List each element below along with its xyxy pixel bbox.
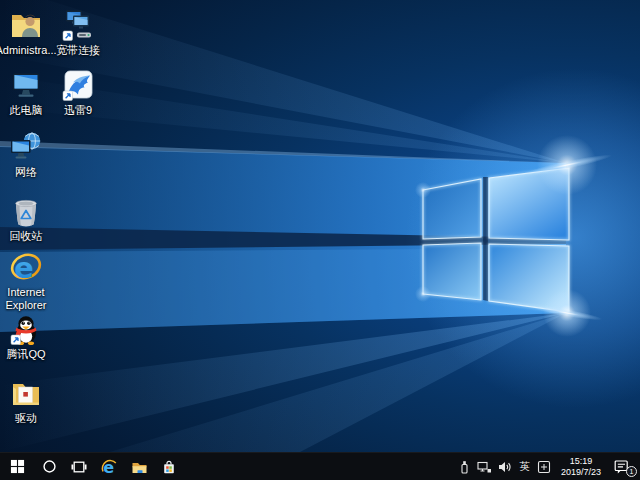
taskbar-internet-explorer-button[interactable]: e [94,453,124,480]
desktop-icon-label: 迅雷9 [64,104,92,117]
action-center-button[interactable]: 1 [608,453,636,480]
cortana-circle-icon [42,459,57,474]
windows-desktop: Administra... 宽带连接 [0,0,640,480]
desktop-icon-label: 驱动 [15,412,37,425]
clock-time: 15:19 [561,456,601,467]
qq-penguin-icon [9,312,43,346]
desktop-icon-label: 网络 [15,166,37,179]
ime-mode-button[interactable] [534,453,554,480]
desktop-icon-label: 腾讯QQ [6,348,45,361]
taskbar-buttons: e [0,453,184,480]
clock-date: 2019/7/23 [561,467,601,478]
desktop-icon-label: 此电脑 [10,104,43,117]
windows-logo-icon [10,459,25,474]
usb-tray-button[interactable] [455,453,474,480]
desktop-icon-label: 宽带连接 [56,44,100,57]
network-globe-icon [9,130,43,164]
desktop-icon-drivers[interactable]: 驱动 [0,376,60,425]
desktop-icon-recycle-bin[interactable]: 回收站 [0,194,60,243]
desktop-icon-broadband-connection[interactable]: 宽带连接 [44,8,112,57]
volume-tray-button[interactable] [495,453,515,480]
desktop-icon-network[interactable]: 网络 [0,130,60,179]
desktop-icon-internet-explorer[interactable]: e Internet Explorer [0,250,60,312]
desktop-icon-label: Internet Explorer [0,286,60,312]
task-view-button[interactable] [64,453,94,480]
xunlei-bird-icon [61,68,95,102]
desktop-icon-label: 回收站 [10,230,43,243]
ie-icon: e [9,250,43,284]
store-bag-icon [161,459,177,475]
ime-language-indicator[interactable]: 英 [515,453,534,480]
network-tray-button[interactable] [474,453,495,480]
speaker-icon [498,460,512,474]
ie-icon: e [100,458,118,476]
user-folder-icon [9,8,43,42]
search-button[interactable] [34,453,64,480]
usb-device-icon [458,460,471,474]
notification-badge: 1 [626,466,637,477]
taskbar-store-button[interactable] [154,453,184,480]
broadband-connection-icon [61,8,95,42]
document-folder-icon [9,376,43,410]
ime-grid-icon [537,460,551,474]
system-tray: 英 15:19 2019/7/23 1 [455,453,640,480]
taskbar-file-explorer-button[interactable] [124,453,154,480]
taskbar-clock[interactable]: 15:19 2019/7/23 [554,456,608,477]
task-view-icon [71,459,87,475]
svg-text:e: e [14,251,34,285]
recycle-bin-icon [9,194,43,228]
ethernet-pc-icon [477,460,492,474]
svg-text:e: e [103,458,114,476]
desktop-icon-area: Administra... 宽带连接 [0,0,640,452]
start-button[interactable] [0,453,34,480]
desktop-icon-tencent-qq[interactable]: 腾讯QQ [0,312,60,361]
computer-icon [9,68,43,102]
taskbar: e [0,452,640,480]
desktop-icon-xunlei-9[interactable]: 迅雷9 [44,68,112,117]
folder-icon [131,459,148,475]
